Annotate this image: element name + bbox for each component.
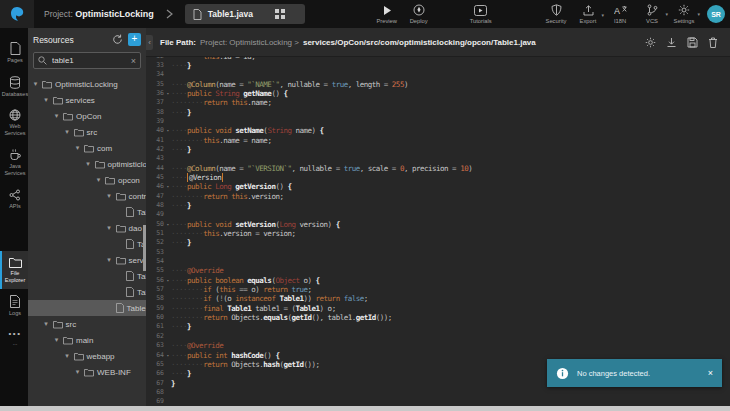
deploy-button[interactable]: Deploy [403, 4, 435, 24]
caret-down-icon[interactable]: ▾ [64, 128, 71, 136]
tree-folder-service[interactable]: ▾service [28, 252, 146, 268]
code-line-38[interactable]: 38····} [146, 108, 730, 117]
tree-folder-dao[interactable]: ▾dao [28, 220, 146, 236]
tree-folder-OptimisticLocking[interactable]: ▾OptimisticLocking [28, 76, 146, 92]
fold-marker-icon[interactable]: ▾ [164, 351, 171, 360]
caret-down-icon[interactable]: ▾ [106, 256, 113, 264]
tree-folder-opcon[interactable]: ▾opcon [28, 172, 146, 188]
tree-folder-src[interactable]: ▾src [28, 124, 146, 140]
i18n-button[interactable]: AI18N [604, 5, 636, 24]
tree-file-Table1Dao.java[interactable]: Table1Dao.java [28, 236, 146, 252]
code-line-63[interactable]: 63····@Override [146, 341, 730, 350]
tree-folder-src[interactable]: ▾src [28, 316, 146, 332]
grid-icon[interactable] [275, 9, 285, 19]
fold-marker-icon[interactable]: ▾ [164, 276, 171, 285]
caret-down-icon[interactable]: ▾ [32, 80, 39, 88]
code-line-48[interactable]: 48····} [146, 201, 730, 210]
fold-marker-icon[interactable]: ▾ [164, 220, 171, 229]
caret-down-icon[interactable]: ▾ [64, 352, 71, 360]
tree-folder-com[interactable]: ▾com [28, 140, 146, 156]
security-button[interactable]: Security [540, 4, 572, 24]
sidebar-item-logs[interactable]: Logs [0, 289, 28, 323]
tree-folder-services[interactable]: ▾services [28, 92, 146, 108]
code-line-41[interactable]: 41········this.name = name; [146, 136, 730, 145]
fold-marker-icon[interactable]: ▾ [164, 126, 171, 135]
caret-down-icon[interactable]: ▾ [53, 112, 60, 120]
export-button[interactable]: ▾Export [572, 5, 604, 24]
fold-marker-icon[interactable]: ▾ [164, 89, 171, 98]
delete-icon[interactable] [708, 37, 718, 48]
caret-down-icon[interactable]: ▾ [74, 144, 81, 152]
sidebar-item-apis[interactable]: APIs [0, 183, 28, 216]
save-icon[interactable] [687, 37, 698, 48]
code-line-37[interactable]: 37········return this.name; [146, 98, 730, 107]
caret-down-icon[interactable]: ▾ [74, 368, 81, 376]
code-line-68[interactable]: 68 [146, 388, 730, 397]
code-line-42[interactable]: 42····} [146, 145, 730, 154]
sidebar-item-databases[interactable]: Databases [0, 70, 28, 104]
code-line-34[interactable]: 34 [146, 70, 730, 79]
code-line-60[interactable]: 60········return Objects.equals(getId(),… [146, 313, 730, 322]
caret-down-icon[interactable]: ▾ [85, 160, 92, 168]
code-line-59[interactable]: 59········final Table1 table1 = (Table1)… [146, 304, 730, 313]
tree-file-Table1Controller.java[interactable]: Table1Controller.java [28, 204, 146, 220]
sidebar-item-pages[interactable]: Pages [0, 36, 28, 70]
code-line-62[interactable]: 62 [146, 332, 730, 341]
code-line-54[interactable]: 54 [146, 257, 730, 266]
code-line-46[interactable]: 46▾····public Long getVersion() { [146, 182, 730, 191]
search-input[interactable] [50, 55, 128, 66]
caret-down-icon[interactable]: ▾ [43, 96, 50, 104]
code-editor[interactable]: 32········this.id = id;33····}3435····@C… [146, 57, 730, 411]
fold-marker-icon[interactable]: ▾ [164, 182, 171, 191]
sidebar-item-web-services[interactable]: WebServices [0, 103, 28, 142]
toast-close-icon[interactable]: × [708, 368, 713, 378]
code-line-61[interactable]: 61····} [146, 322, 730, 331]
tree-file-Table1ServiceImpl.java[interactable]: Table1ServiceImpl.java [28, 284, 146, 300]
code-line-45[interactable]: 45····@Version [146, 173, 730, 182]
code-line-44[interactable]: 44····@Column(name = "`VERSION`", nullab… [146, 164, 730, 173]
file-settings-icon[interactable] [645, 37, 656, 48]
tree-folder-optimisticlocking[interactable]: ▾optimisticlocking [28, 156, 146, 172]
code-line-36[interactable]: 36▾····public String getName() { [146, 89, 730, 98]
sidebar-item-java-services[interactable]: JavaServices [0, 142, 28, 182]
tab-table1-java[interactable]: Table1.java [185, 4, 305, 24]
code-line-47[interactable]: 47········return this.version; [146, 192, 730, 201]
code-line-39[interactable]: 39 [146, 117, 730, 126]
code-line-33[interactable]: 33····} [146, 61, 730, 70]
tree-folder-main[interactable]: ▾main [28, 332, 146, 348]
code-line-55[interactable]: 55····@Override [146, 266, 730, 275]
sidebar-item-file-explorer[interactable]: FileExplorer [0, 251, 28, 289]
logo[interactable] [0, 0, 34, 28]
code-line-57[interactable]: 57········if (this == o) return true; [146, 285, 730, 294]
add-resource-button[interactable]: + [128, 33, 141, 46]
horizontal-scrollbar[interactable] [0, 406, 730, 411]
tree-folder-OpCon[interactable]: ▾OpCon [28, 108, 146, 124]
caret-down-icon[interactable]: ▾ [43, 320, 50, 328]
refresh-icon[interactable] [112, 34, 123, 45]
code-line-56[interactable]: 56▾····public boolean equals(Object o) { [146, 276, 730, 285]
code-line-53[interactable]: 53 [146, 248, 730, 257]
resources-scrollbar[interactable] [143, 225, 146, 271]
caret-down-icon[interactable]: ▾ [106, 224, 113, 232]
code-line-49[interactable]: 49 [146, 210, 730, 219]
tree-folder-WEB-INF[interactable]: ▾WEB-INF [28, 364, 146, 380]
preview-button[interactable]: Preview [371, 4, 403, 24]
settings-button[interactable]: ▾Settings [668, 4, 700, 24]
code-line-35[interactable]: 35····@Column(name = "`NAME`", nullable … [146, 80, 730, 89]
caret-down-icon[interactable]: ▾ [106, 192, 113, 200]
tree-file-Table1.java[interactable]: Table1.java [28, 300, 146, 316]
caret-down-icon[interactable]: ▾ [95, 176, 102, 184]
vcs-button[interactable]: ▾VCS [636, 4, 668, 24]
code-line-50[interactable]: 50▾····public void setVersion(Long versi… [146, 220, 730, 229]
tutorials-button[interactable]: Tutorials [465, 4, 497, 24]
tree-folder-webapp[interactable]: ▾webapp [28, 348, 146, 364]
collapse-panel-button[interactable]: ‹ [146, 35, 153, 50]
code-line-52[interactable]: 52····} [146, 238, 730, 247]
code-line-43[interactable]: 43 [146, 154, 730, 163]
clear-search-icon[interactable]: × [131, 56, 136, 66]
code-line-58[interactable]: 58········if (!(o instanceof Table1)) re… [146, 294, 730, 303]
code-line-40[interactable]: 40▾····public void setName(String name) … [146, 126, 730, 135]
tree-folder-controller[interactable]: ▾controller [28, 188, 146, 204]
code-line-51[interactable]: 51········this.version = version; [146, 229, 730, 238]
tree-file-Table1Service.java[interactable]: Table1Service.java [28, 268, 146, 284]
